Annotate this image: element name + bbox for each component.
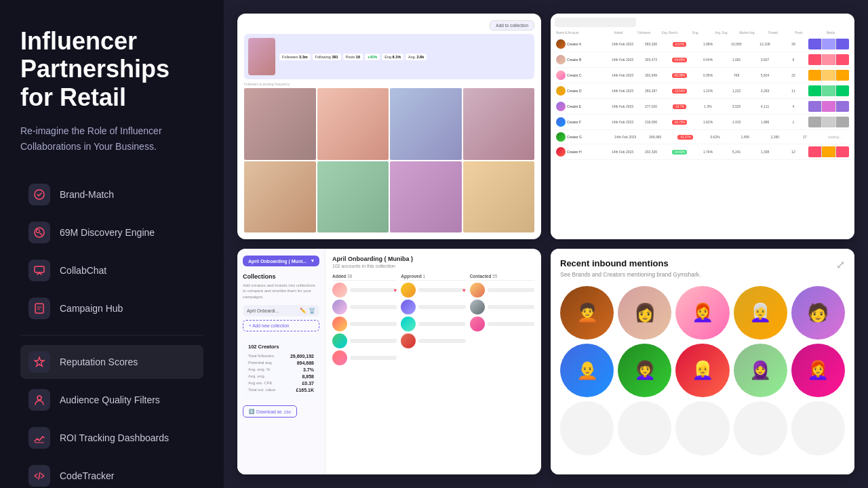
audience-icon (28, 389, 50, 411)
table-row: Creator H 14th Feb 2023 202,326 -34.60% … (555, 144, 850, 160)
card-collections: April Onboarding ( Muni... ▾ Collections… (237, 249, 541, 474)
mention-avatar-placeholder (675, 401, 729, 455)
download-csv-button[interactable]: ⬇️ Download as .csv (243, 405, 297, 418)
stat-growth: +41% (365, 54, 380, 60)
card-inbound-mentions: Recent inbound mentions See Brands and C… (551, 249, 854, 474)
mention-avatar-placeholder (618, 401, 671, 455)
sidebar-item-code[interactable]: CodeTracker (20, 459, 203, 488)
media-grid (244, 88, 534, 232)
roi-icon (28, 427, 50, 449)
sidebar-item-discovery-label: 69M Discovery Engine (60, 227, 155, 238)
campaign-dropdown[interactable]: April Onboarding ( Muni... ▾ (243, 256, 319, 266)
table-row: Creator C 14th Feb 2023 302,949 -66.08% … (555, 68, 850, 83)
mention-avatar: 👩‍🦰 (675, 286, 729, 340)
delete-collection-icon[interactable]: 🗑️ (309, 308, 315, 314)
mention-avatar: 🧑‍🦲 (560, 344, 614, 397)
mention-avatar: 👩‍🦰 (791, 344, 845, 397)
stat-followers: Followers 3.3m (279, 54, 311, 60)
stat-following: Following 391 (313, 54, 341, 60)
sidebar-item-collab[interactable]: CollabChat (20, 253, 203, 287)
influencer-table: Name & Account Added Followers Eng. Benc… (551, 14, 854, 239)
collections-sidebar: April Onboarding ( Muni... ▾ Collections… (237, 249, 326, 474)
table-row: Creator D 14th Feb 2023 283,297 -13.54% … (555, 83, 850, 99)
mention-avatar: 🧑 (791, 286, 845, 340)
table-search[interactable] (555, 18, 636, 27)
sidebar-item-discovery[interactable]: 69M Discovery Engine (20, 216, 203, 249)
right-panel: Add to collection Followers 3.3m Followi… (224, 0, 868, 488)
svg-point-5 (37, 396, 41, 400)
mention-avatar: 🧑‍🦱 (560, 286, 614, 340)
mention-avatar-placeholder (791, 401, 845, 455)
svg-rect-4 (35, 304, 43, 313)
mentions-grid-row2: 🧑‍🦲 👩‍🦱 👱‍♀️ 🧕 👩‍🦰 (560, 344, 845, 397)
table-row: Creator E 14th Feb 2023 277,020 -19.7% 1… (555, 99, 850, 115)
mention-avatar: 👱‍♀️ (675, 344, 729, 397)
sidebar-item-collab-label: CollabChat (60, 265, 106, 276)
stat-posts: Posts 16 (343, 54, 363, 60)
add-to-collection-button[interactable]: Add to collection (490, 20, 534, 30)
sidebar-item-audience[interactable]: Audience Quality Filters (20, 383, 203, 417)
mentions-grid-row3 (560, 401, 845, 455)
collection-item[interactable]: April Onboardi... ✏️ 🗑️ (243, 305, 319, 317)
sidebar-item-campaign[interactable]: Campaign Hub (20, 291, 203, 325)
mention-avatar: 👩‍🦳 (734, 286, 787, 340)
sidebar-item-campaign-label: Campaign Hub (60, 303, 123, 314)
brand-match-icon (28, 184, 50, 205)
code-icon (28, 465, 50, 487)
table-row: Creator F 14th Feb 2023 218,056 -26.75% … (555, 115, 850, 130)
sidebar-item-audience-label: Audience Quality Filters (60, 394, 160, 405)
hero-subtitle: Re-imagine the Role of Influencer Collab… (20, 123, 203, 154)
left-panel: Influencer Partnerships for Retail Re-im… (0, 0, 224, 488)
card-data-table: Name & Account Added Followers Eng. Benc… (551, 14, 854, 239)
collections-main: April Onboarding ( Muniba ) 102 accounts… (326, 249, 541, 474)
expand-icon[interactable]: ⤢ (836, 258, 845, 271)
mention-avatar: 👩‍🦱 (618, 344, 671, 397)
card-influencer-profile: Add to collection Followers 3.3m Followi… (237, 14, 541, 239)
inbound-title: Recent inbound mentions (560, 258, 701, 268)
svg-point-2 (37, 229, 40, 232)
mention-avatar-placeholder (734, 401, 787, 455)
svg-rect-3 (35, 266, 44, 272)
sidebar-item-reputation-label: Reputation Scores (60, 357, 138, 367)
table-row: Creator A 14th Feb 2023 583,326 -0.27% 1… (555, 37, 850, 52)
discovery-icon (28, 222, 50, 243)
mention-avatar: 🧕 (734, 344, 787, 397)
add-collection-button[interactable]: + Add new collection (243, 320, 319, 331)
mention-avatar-placeholder (560, 401, 614, 455)
sidebar-item-roi-label: ROI Tracking Dashboards (60, 432, 169, 443)
campaign-icon (28, 298, 50, 319)
table-row: Creator B 14th Feb 2023 303,473 -54.65% … (555, 52, 850, 68)
mention-avatar: 👩 (618, 286, 671, 340)
row-avatar (556, 39, 566, 49)
sidebar-item-roi[interactable]: ROI Tracking Dashboards (20, 421, 203, 455)
sidebar-item-reputation[interactable]: Reputation Scores (20, 345, 203, 379)
sidebar-item-brand-match-label: Brand-Match (60, 189, 114, 200)
collab-icon (28, 260, 50, 281)
stat-engagement: Eng 8.1% (382, 54, 403, 60)
sidebar-item-code-label: CodeTracker (60, 470, 114, 481)
table-row: Creator G 14th Feb 2023 269,960 -43.27% … (555, 130, 850, 144)
stat-avg-likes: Avg. 2.8k (406, 54, 427, 60)
mentions-grid-row1: 🧑‍🦱 👩 👩‍🦰 👩‍🦳 🧑 (560, 286, 845, 340)
edit-collection-icon[interactable]: ✏️ (300, 308, 307, 314)
inbound-subtitle: See Brands and Creators mentioning brand… (560, 271, 701, 278)
reputation-icon (28, 351, 50, 373)
influencer-avatar (248, 38, 275, 75)
inbound-mentions-panel: Recent inbound mentions See Brands and C… (551, 249, 854, 474)
sidebar-item-brand-match[interactable]: Brand-Match (20, 178, 203, 211)
collection-stats: 102 Creators Total followers 29,600,192 … (243, 338, 319, 400)
nav-list: Brand-Match 69M Discovery Engine CollabC… (20, 178, 203, 488)
hero-title: Influencer Partnerships for Retail (20, 27, 203, 111)
